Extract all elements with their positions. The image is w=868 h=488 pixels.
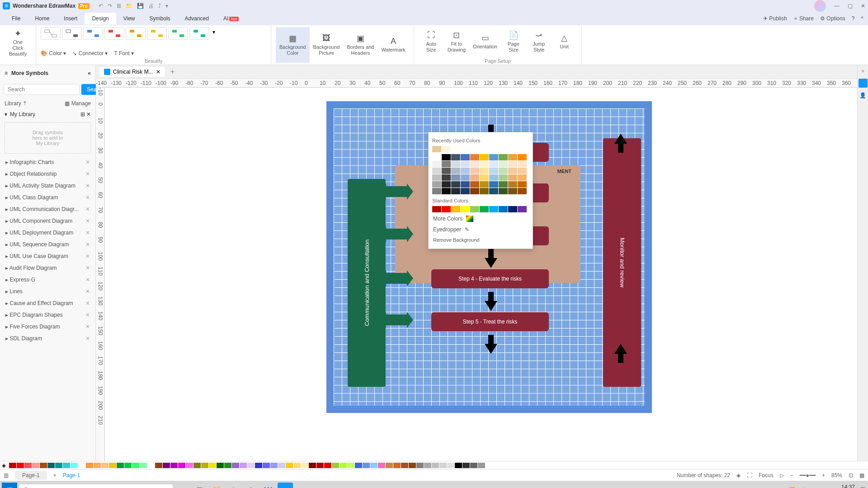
palette-color[interactable] — [278, 463, 285, 468]
palette-color[interactable] — [40, 463, 47, 468]
my-library-section[interactable]: ▾My Library ⊞ ✕ — [0, 109, 95, 119]
color-swatch[interactable] — [442, 181, 451, 188]
library-item[interactable]: ▸ Five Forces Diagram✕ — [0, 321, 95, 333]
library-label[interactable]: Library ⇡ — [5, 100, 27, 107]
color-swatch[interactable] — [518, 206, 527, 212]
library-item[interactable]: ▸ Express-G✕ — [0, 274, 95, 286]
help-icon[interactable]: ? — [852, 15, 855, 22]
menu-symbols[interactable]: Symbols — [142, 13, 178, 24]
library-item[interactable]: ▸ Lines✕ — [0, 286, 95, 297]
color-swatch[interactable] — [461, 174, 470, 181]
color-swatch[interactable] — [508, 188, 517, 194]
color-swatch[interactable] — [432, 146, 441, 152]
palette-color[interactable] — [163, 463, 170, 468]
close-lib-icon[interactable]: ✕ — [85, 312, 90, 318]
color-swatch[interactable] — [508, 206, 517, 212]
color-swatch[interactable] — [489, 181, 498, 188]
cortana-icon[interactable]: ○ — [175, 483, 190, 488]
edge-icon[interactable]: ◉ — [226, 483, 241, 488]
color-swatch[interactable] — [518, 154, 527, 160]
palette-color[interactable] — [232, 463, 239, 468]
page-tab-1[interactable]: Page-1 — [63, 472, 80, 479]
options-button[interactable]: ⚙ Options — [820, 15, 845, 22]
publish-button[interactable]: ✈ Publish — [763, 15, 787, 22]
library-item[interactable]: ▸ UML Communication Diagr...✕ — [0, 203, 95, 215]
palette-color[interactable] — [209, 463, 216, 468]
print-icon[interactable]: 🖨 — [148, 3, 154, 9]
palette-color[interactable] — [470, 463, 477, 468]
color-swatch[interactable] — [461, 206, 470, 212]
library-item[interactable]: ▸ UML Deployment Diagram✕ — [0, 227, 95, 239]
drop-zone[interactable]: Drag symbols here to add to My Library — [5, 122, 91, 154]
arrow-down-4[interactable] — [485, 258, 497, 268]
step5-box[interactable]: Step 5 - Treat the risks — [431, 312, 549, 331]
arrow-down-6[interactable] — [485, 344, 497, 354]
color-swatch[interactable] — [499, 206, 508, 212]
color-swatch[interactable] — [451, 161, 460, 167]
close-lib-icon[interactable]: ✕ — [85, 253, 90, 259]
background-picture-button[interactable]: 🖼Background Picture — [310, 27, 344, 63]
palette-color[interactable] — [201, 463, 208, 468]
arrow-green-2[interactable] — [386, 229, 407, 239]
arrow-up-2[interactable] — [614, 344, 627, 354]
palette-color[interactable] — [355, 463, 362, 468]
library-item[interactable]: ▸ Audit Flow Diagram✕ — [0, 262, 95, 274]
color-swatch[interactable] — [518, 188, 527, 194]
close-lib-icon[interactable]: ✕ — [85, 265, 90, 271]
connector-dropdown[interactable]: ↘ Connector ▾ — [72, 50, 108, 56]
collapse-ribbon-icon[interactable]: ^ — [861, 15, 863, 22]
explorer-icon[interactable]: 📁 — [209, 483, 224, 488]
palette-color[interactable] — [370, 463, 377, 468]
add-lib-icon[interactable]: ⊞ ✕ — [80, 111, 91, 117]
color-swatch[interactable] — [432, 154, 441, 160]
palette-color[interactable] — [363, 463, 370, 468]
palette-color[interactable] — [401, 463, 408, 468]
close-icon[interactable]: ✕ — [861, 3, 865, 9]
color-swatch[interactable] — [480, 161, 489, 167]
close-lib-icon[interactable]: ✕ — [85, 230, 90, 236]
close-lib-icon[interactable]: ✕ — [85, 183, 90, 189]
palette-color[interactable] — [270, 463, 278, 468]
page-layout-icon[interactable]: ▥ — [4, 472, 9, 479]
color-swatch[interactable] — [451, 168, 460, 174]
fit-drawing-button[interactable]: ⊡Fit to Drawing — [444, 27, 469, 56]
palette-color[interactable] — [416, 463, 424, 468]
close-lib-icon[interactable]: ✕ — [85, 335, 90, 342]
palette-color[interactable] — [101, 463, 108, 468]
close-lib-icon[interactable]: ✕ — [85, 206, 90, 212]
more-colors-item[interactable]: More Colors — [432, 213, 529, 224]
one-click-beautify[interactable]: ✦ One Click Beautify — [5, 27, 31, 59]
start-button[interactable]: ⊞ — [2, 483, 17, 488]
color-swatch[interactable] — [461, 161, 470, 167]
eyedropper-item[interactable]: Eyedropper✎ — [432, 224, 529, 235]
palette-color[interactable] — [178, 463, 185, 468]
palette-color[interactable] — [393, 463, 401, 468]
export-icon[interactable]: ⤴ — [158, 3, 161, 9]
color-swatch[interactable] — [442, 146, 451, 152]
menu-insert[interactable]: Insert — [57, 13, 85, 24]
color-swatch[interactable] — [518, 168, 527, 174]
save-icon[interactable]: 💾 — [137, 3, 144, 9]
color-swatch[interactable] — [442, 168, 451, 174]
beautify-preset-6[interactable] — [147, 27, 167, 40]
fit-page-icon[interactable]: ⊡ — [849, 472, 853, 479]
redo-icon[interactable]: ↷ — [108, 3, 112, 9]
palette-color[interactable] — [309, 463, 316, 468]
palette-color[interactable] — [78, 463, 85, 468]
orientation-button[interactable]: ▭Orientation — [469, 27, 501, 56]
color-swatch[interactable] — [508, 161, 517, 167]
palette-color[interactable] — [217, 463, 224, 468]
palette-color[interactable] — [147, 463, 155, 468]
undo-icon[interactable]: ↶ — [99, 3, 103, 9]
borders-headers-button[interactable]: ▣Borders and Headers — [343, 27, 377, 63]
color-swatch[interactable] — [432, 168, 441, 174]
beautify-preset-5[interactable] — [126, 27, 146, 40]
palette-dropper-icon[interactable]: ◈ — [2, 462, 6, 469]
library-item[interactable]: ▸ EPC Diagram Shapes✕ — [0, 309, 95, 321]
watermark-button[interactable]: AWatermark — [377, 27, 409, 63]
color-swatch[interactable] — [451, 181, 460, 188]
font-dropdown[interactable]: T Font ▾ — [114, 50, 134, 56]
color-swatch[interactable] — [480, 174, 489, 181]
palette-color[interactable] — [94, 463, 101, 468]
play-icon[interactable]: ▷ — [780, 472, 784, 479]
